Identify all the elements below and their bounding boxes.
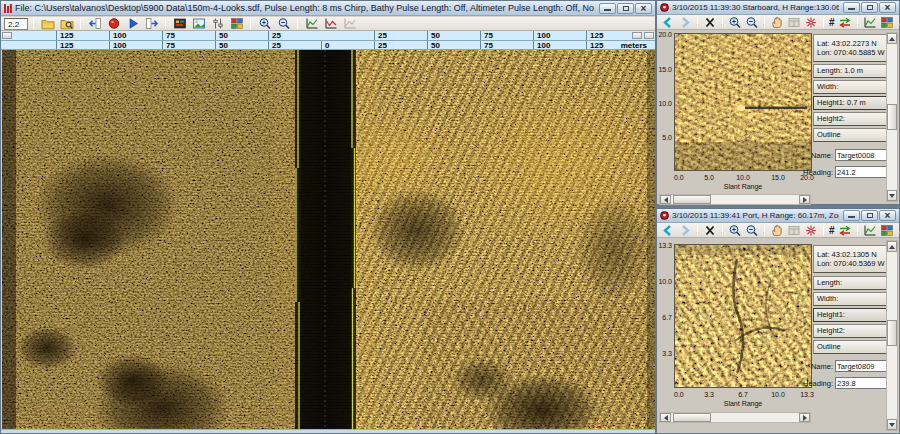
width-button[interactable]: Width: — [813, 80, 887, 94]
horizontal-scrollbar[interactable] — [659, 412, 811, 423]
swap-channels-button[interactable] — [837, 16, 853, 29]
stop-button[interactable] — [105, 17, 122, 30]
display-mode-button[interactable] — [171, 17, 188, 30]
ruler-corner-button[interactable] — [644, 32, 654, 39]
burst-button[interactable] — [803, 224, 819, 237]
zoom-out-button[interactable] — [744, 16, 760, 29]
target-heading-input[interactable] — [835, 166, 889, 178]
toolbar-separator — [722, 17, 723, 28]
zoom-out-button[interactable] — [744, 224, 760, 237]
zoom-in-button[interactable] — [727, 224, 743, 237]
zoom-in-button[interactable] — [256, 17, 273, 30]
zoom-out-button[interactable] — [275, 17, 292, 30]
play-button[interactable] — [124, 17, 141, 30]
length-button[interactable]: Length: — [813, 276, 887, 290]
x-tick-label: 15.0 — [771, 174, 785, 181]
target-heading-input[interactable] — [835, 377, 889, 389]
restore-button[interactable] — [617, 3, 634, 14]
close-button[interactable]: × — [879, 2, 896, 13]
scrollbar-thumb[interactable] — [887, 104, 897, 130]
swap-channels-button[interactable] — [837, 224, 853, 237]
close-button[interactable]: × — [879, 210, 896, 221]
prev-target-icon — [661, 224, 675, 237]
next-file-button[interactable] — [143, 17, 160, 30]
x-tick-label: 13.3 — [800, 391, 814, 398]
scroll-right-button[interactable] — [799, 195, 810, 204]
delete-target-button[interactable] — [702, 224, 718, 237]
prev-target-button[interactable] — [660, 16, 676, 29]
delete-target-button[interactable] — [702, 16, 718, 29]
minimize-button[interactable] — [843, 2, 860, 13]
sonar-waterfall-image[interactable] — [2, 50, 655, 430]
next-target-button[interactable] — [677, 224, 693, 237]
starboard-window-title: 3/10/2015 11:39:30 Starboard, H Range:13… — [672, 3, 839, 12]
scroll-up-button[interactable] — [887, 241, 897, 252]
profile-plot-button[interactable] — [862, 224, 878, 237]
starboard-sonar-image[interactable] — [674, 33, 812, 171]
scroll-down-button[interactable] — [887, 419, 897, 430]
burst-button[interactable] — [803, 16, 819, 29]
prev-file-button[interactable] — [86, 17, 103, 30]
latlon-button[interactable]: Lat: 43:02.2273 N Lon: 070:40.5885 W — [813, 34, 887, 62]
starboard-toolbar: # » — [657, 15, 899, 30]
starboard-content: 20.0 15.0 10.0 5.0 — [657, 30, 899, 204]
port-sonar-image[interactable] — [674, 244, 812, 388]
eraser-button[interactable] — [896, 224, 900, 237]
eraser-button[interactable] — [896, 16, 900, 29]
height2-button[interactable]: Height2: — [813, 112, 887, 126]
scroll-left-button[interactable] — [660, 413, 671, 422]
vertical-scrollbar[interactable] — [886, 240, 898, 431]
signal-plot-button[interactable] — [303, 17, 320, 30]
width-button[interactable]: Width: — [813, 292, 887, 306]
palette-button[interactable] — [879, 16, 895, 29]
target-name-input[interactable] — [835, 149, 889, 161]
horizontal-scrollbar[interactable] — [659, 194, 811, 205]
bottom-track-button[interactable] — [322, 17, 339, 30]
profile-plot-button[interactable] — [862, 16, 878, 29]
gain-sliders-button[interactable] — [209, 17, 226, 30]
pan-button[interactable] — [769, 16, 785, 29]
scroll-right-button[interactable] — [799, 413, 810, 422]
gain-value-box[interactable]: 2.2 — [4, 18, 28, 30]
target-name-input[interactable] — [835, 360, 889, 372]
height1-button[interactable]: Height1: 0.7 m — [813, 96, 887, 110]
scrollbar-thumb[interactable] — [673, 195, 711, 204]
palette-button[interactable] — [228, 17, 245, 30]
minimize-button[interactable] — [843, 210, 860, 221]
ruler-scroll-left-button[interactable] — [2, 32, 12, 39]
pan-button[interactable] — [769, 224, 785, 237]
scroll-up-button[interactable] — [887, 33, 897, 44]
scrollbar-thumb[interactable] — [887, 320, 897, 346]
port-titlebar: 3/10/2015 11:39:41 Port, H Range: 60.17m… — [657, 209, 899, 223]
tile-icon — [787, 16, 801, 29]
tile-icon — [787, 224, 801, 237]
length-button[interactable]: Length: 1.0 m — [813, 64, 887, 78]
height2-button[interactable]: Height2: — [813, 324, 887, 338]
zoom-in-button[interactable] — [727, 16, 743, 29]
prev-target-button[interactable] — [660, 224, 676, 237]
scrollbar-track[interactable] — [671, 195, 799, 204]
image-settings-button[interactable] — [190, 17, 207, 30]
ruler-label: 0 — [321, 41, 329, 49]
close-button[interactable]: × — [635, 3, 652, 14]
outline-button[interactable]: Outline — [813, 340, 887, 354]
open-file-button[interactable] — [39, 17, 56, 30]
scrollbar-track[interactable] — [671, 413, 799, 422]
grid-button[interactable]: # — [828, 16, 836, 29]
minimize-button[interactable] — [599, 3, 616, 14]
height1-button[interactable]: Height1: — [813, 308, 887, 322]
search-files-button[interactable] — [58, 17, 75, 30]
scroll-down-button[interactable] — [887, 190, 897, 201]
next-target-button[interactable] — [677, 16, 693, 29]
ruler-scroll-right-button[interactable] — [632, 32, 642, 39]
grid-button[interactable]: # — [828, 224, 836, 237]
latlon-button[interactable]: Lat: 43:02.1305 N Lon: 070:40.5369 W — [813, 245, 887, 273]
vertical-scrollbar[interactable] — [886, 32, 898, 202]
restore-button[interactable] — [861, 2, 878, 13]
restore-button[interactable] — [861, 210, 878, 221]
lat-label: Lat: — [817, 250, 830, 259]
palette-button[interactable] — [879, 224, 895, 237]
scroll-left-button[interactable] — [660, 195, 671, 204]
outline-button[interactable]: Outline — [813, 128, 887, 142]
scrollbar-thumb[interactable] — [673, 413, 711, 422]
